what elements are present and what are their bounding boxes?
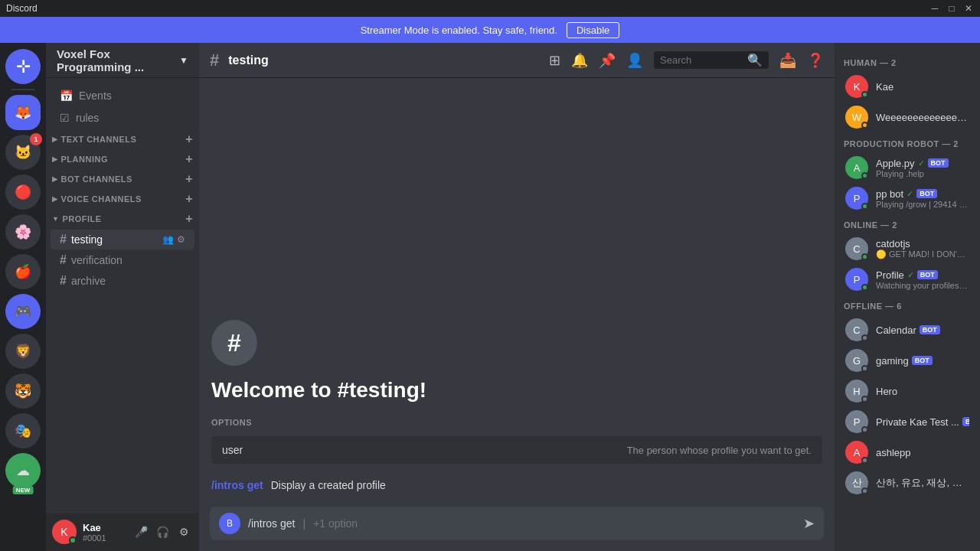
add-channel-icon[interactable]: + [185, 172, 193, 186]
notification-icon[interactable]: 🔔 [571, 52, 588, 69]
channel-testing[interactable]: # testing 👥 ⚙ [51, 230, 194, 249]
server-item[interactable]: 🍎 [5, 254, 41, 289]
member-activity: Playing /grow | 29414 pp grow... [876, 200, 969, 209]
channel-verification[interactable]: # verification [51, 250, 194, 270]
category-text-channels[interactable]: ▶ TEXT CHANNELS + [46, 129, 199, 149]
member-hero[interactable]: H Hero [841, 377, 974, 406]
member-name: catdotjs [876, 238, 969, 249]
members-sidebar: HUMAN — 2 K Kae W Weeeeeeeeeeeeeendo... … [835, 43, 980, 551]
server-item-new[interactable]: ☁ NEW [5, 453, 41, 488]
member-kae[interactable]: K Kae [841, 72, 974, 101]
command-description: Display a created profile [271, 479, 386, 491]
member-ppbot[interactable]: P pp bot ✓ BOT Playing /grow | 29414 pp … [841, 184, 974, 213]
member-sanha[interactable]: 산 산하, 유요, 재상, 산이... [841, 468, 974, 497]
status-indicator [861, 284, 868, 291]
member-name: Apple.py ✓ BOT [876, 158, 969, 169]
minimize-button[interactable]: ─ [929, 3, 940, 14]
member-avatar: P [845, 268, 868, 291]
server-item[interactable]: 🔴 [5, 174, 41, 210]
command-row[interactable]: /intros get Display a created profile [211, 476, 386, 494]
bot-avatar-input: B [219, 513, 240, 534]
category-label: PLANNING [61, 155, 108, 164]
user-info: Kae #0001 [83, 522, 126, 543]
server-item[interactable]: 🌸 [5, 214, 41, 249]
settings-button[interactable]: ⚙ [175, 523, 193, 541]
category-bot-channels[interactable]: ▶ BOT CHANNELS + [46, 169, 199, 189]
member-weeee[interactable]: W Weeeeeeeeeeeeeendo... [841, 103, 974, 132]
option-row: user The person whose profile you want t… [211, 436, 822, 464]
inbox-icon[interactable]: 📥 [779, 52, 796, 69]
add-channel-icon[interactable]: + [185, 212, 193, 226]
rules-icon: ☑ [60, 112, 70, 124]
member-avatar: P [845, 410, 868, 433]
sidebar-rules[interactable]: ☑ rules [51, 107, 194, 129]
server-item[interactable]: 🎮 [5, 294, 41, 329]
rules-label: rules [76, 112, 99, 124]
hash-icon: # [60, 274, 67, 288]
server-item[interactable]: 🦁 [5, 334, 41, 369]
streamer-message: Streamer Mode is enabled. Stay safe, fri… [361, 24, 557, 36]
option-label: user [222, 444, 243, 456]
bot-tag: BOT [917, 270, 938, 279]
member-icon[interactable]: 👥 [162, 234, 174, 245]
member-name: pp bot ✓ BOT [876, 188, 969, 200]
username-label: Kae [83, 522, 126, 533]
status-indicator [861, 172, 868, 179]
member-name: Profile ✓ BOT [876, 269, 969, 281]
close-button[interactable]: ✕ [963, 3, 974, 14]
server-divider [11, 89, 35, 90]
category-planning[interactable]: ▶ PLANNING + [46, 149, 199, 169]
maximize-button[interactable]: □ [946, 3, 957, 14]
status-indicator [861, 203, 868, 210]
member-calendar[interactable]: C Calendar BOT [841, 315, 974, 344]
server-item[interactable]: 🐱 1 [5, 135, 41, 170]
category-voice-channels[interactable]: ▶ VOICE CHANNELS + [46, 189, 199, 209]
member-list-icon[interactable]: 👤 [626, 52, 643, 69]
bot-tag: BOT [920, 325, 940, 334]
member-name: 산하, 유요, 재상, 산이... [876, 476, 969, 490]
server-badge: 1 [30, 133, 42, 145]
category-arrow-icon: ▶ [52, 135, 58, 143]
search-bar[interactable]: 🔍 [654, 51, 769, 69]
server-list: ⊹ 🦊 🐱 1 🔴 🌸 🍎 🎮 🦁 🐯 🎭 [0, 43, 46, 551]
settings-icon[interactable]: ⚙ [177, 234, 185, 245]
member-ashlepp[interactable]: A ashlepp [841, 438, 974, 467]
thread-icon[interactable]: ⊞ [549, 52, 560, 69]
mute-button[interactable]: 🎤 [132, 523, 150, 541]
status-indicator [861, 334, 868, 341]
hash-icon: # [60, 233, 67, 246]
pin-icon[interactable]: 📌 [599, 52, 616, 69]
sidebar-events[interactable]: 📅 Events [51, 85, 194, 106]
member-private-kae[interactable]: P Private Kae Test ... BOT [841, 407, 974, 436]
member-catdotjs[interactable]: C catdotjs 🟡 GET MAD! I DON'T WANT... [841, 234, 974, 263]
member-group-human: HUMAN — 2 [841, 52, 974, 70]
member-name: Private Kae Test ... BOT [876, 416, 969, 428]
add-channel-icon[interactable]: + [185, 132, 193, 146]
search-input[interactable] [660, 54, 743, 66]
input-command-text: /intros get [248, 517, 295, 530]
server-item[interactable]: 🐯 [5, 373, 41, 409]
channel-sidebar: Voxel Fox Programming ... ▼ 📅 Events ☑ r… [46, 43, 199, 551]
server-item[interactable]: 🦊 [5, 95, 41, 130]
member-gaming[interactable]: G gaming BOT [841, 346, 974, 375]
option-description: The person whose profile you want to get… [627, 445, 812, 456]
member-profile[interactable]: P Profile ✓ BOT Watching your profiles (… [841, 265, 974, 294]
deafen-button[interactable]: 🎧 [153, 523, 172, 541]
server-header[interactable]: Voxel Fox Programming ... ▼ [46, 43, 199, 78]
help-icon[interactable]: ❓ [807, 52, 824, 69]
add-channel-icon[interactable]: + [185, 192, 193, 206]
category-profile[interactable]: ▼ PROFILE + [46, 209, 199, 229]
member-apple[interactable]: A Apple.py ✓ BOT Playing .help [841, 153, 974, 182]
channel-archive[interactable]: # archive [51, 271, 194, 291]
member-avatar: G [845, 349, 868, 372]
disable-streamer-button[interactable]: Disable [567, 22, 619, 38]
server-item[interactable]: 🎭 [5, 413, 41, 448]
status-indicator [861, 365, 868, 372]
category-label: PROFILE [62, 214, 101, 223]
user-avatar[interactable]: K [52, 520, 77, 544]
add-channel-icon[interactable]: + [185, 152, 193, 166]
status-indicator [861, 457, 868, 464]
member-avatar: K [845, 75, 868, 98]
discord-home-icon[interactable]: ⊹ [5, 49, 41, 84]
send-button[interactable]: ➤ [803, 515, 815, 532]
